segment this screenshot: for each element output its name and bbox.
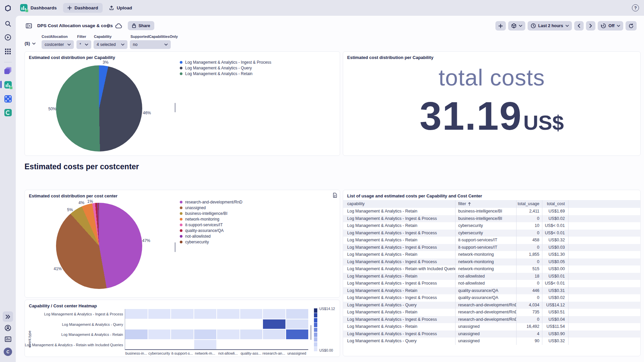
- heatmap-cell[interactable]: [240, 340, 263, 350]
- clouds-app-icon[interactable]: [4, 66, 12, 75]
- launcher-play-icon[interactable]: [4, 33, 12, 42]
- table-row[interactable]: Log Management & Analytics - Query unass…: [343, 338, 640, 345]
- legend-item[interactable]: business-intelligence/BI: [180, 212, 243, 216]
- table-row[interactable]: Log Management & Analytics - Ingest & Pr…: [343, 294, 640, 302]
- notebooks-app-icon[interactable]: [4, 108, 12, 117]
- single-value-tile[interactable]: total costs 31.19 US$: [343, 64, 640, 139]
- heatmap-cell[interactable]: [263, 319, 285, 329]
- table-row[interactable]: Log Management & Analytics - Ingest & Pr…: [343, 215, 640, 223]
- heatmap-cell[interactable]: [217, 319, 239, 329]
- column-header-capability[interactable]: capability: [343, 200, 455, 208]
- upload-button[interactable]: Upload: [109, 3, 132, 13]
- heatmap-cell[interactable]: [263, 340, 285, 350]
- table-row[interactable]: Log Management & Analytics - Ingest & Pr…: [343, 230, 640, 237]
- help-icon[interactable]: ?: [632, 4, 639, 11]
- color-scale-segment[interactable]: [314, 308, 317, 313]
- table-row[interactable]: Log Management & Analytics - Retain rese…: [343, 309, 640, 316]
- environment-button[interactable]: [508, 21, 525, 31]
- dashboards-app-icon[interactable]: [4, 80, 12, 89]
- cloud-sync-icon[interactable]: [114, 21, 123, 30]
- table-row[interactable]: Log Management & Analytics - Ingest & Pr…: [343, 244, 640, 251]
- timeframe-prev-button[interactable]: [574, 21, 584, 31]
- legend-item[interactable]: quality-assurance/QA: [180, 229, 243, 233]
- heatmap-cell[interactable]: [148, 340, 171, 350]
- dynatrace-logo-icon[interactable]: [4, 4, 12, 12]
- table-row[interactable]: Log Management & Analytics - Retain qual…: [343, 287, 640, 295]
- heatmap-cell[interactable]: [194, 309, 217, 319]
- legend-item[interactable]: Log Management & Analytics - Ingest & Pr…: [180, 60, 271, 64]
- legend-item[interactable]: cybersecurity: [180, 240, 243, 244]
- legend-scrollbar[interactable]: [175, 242, 175, 252]
- tab-dashboard[interactable]: Dashboard: [63, 3, 103, 13]
- heatmap-cell[interactable]: [171, 319, 194, 329]
- variable-selector[interactable]: {$}: [24, 41, 36, 46]
- workflows-app-icon[interactable]: [4, 95, 12, 103]
- capability-pie-chart[interactable]: [56, 65, 142, 152]
- heatmap-cell[interactable]: [125, 329, 148, 339]
- color-scale-segment[interactable]: [314, 318, 317, 322]
- heatmap-cell[interactable]: [171, 329, 194, 339]
- heatmap-cell[interactable]: [194, 329, 217, 339]
- capability-dropdown[interactable]: 4 selected: [94, 40, 127, 49]
- table-row[interactable]: Log Management & Analytics - Ingest & Pr…: [343, 316, 640, 323]
- heatmap-cell[interactable]: [263, 329, 285, 339]
- heatmap-cell[interactable]: [148, 319, 171, 329]
- reload-button[interactable]: [626, 21, 637, 31]
- heatmap-cell[interactable]: [148, 309, 171, 319]
- share-button[interactable]: Share: [128, 21, 154, 30]
- dashboards-home[interactable]: Dashboards: [20, 4, 57, 11]
- search-icon[interactable]: [4, 19, 12, 28]
- heatmap-cell[interactable]: [286, 309, 309, 319]
- collapse-panel-button[interactable]: [24, 21, 33, 30]
- color-scale-segment[interactable]: [314, 337, 317, 342]
- supportedcapabilities-dropdown[interactable]: no: [130, 40, 171, 49]
- color-scale-segment[interactable]: [314, 347, 317, 351]
- costallocation-dropdown[interactable]: costcenter: [42, 40, 74, 49]
- heatmap-cell[interactable]: [286, 319, 309, 329]
- color-scale-segment[interactable]: [314, 342, 317, 347]
- legend-item[interactable]: network-monitoring: [180, 217, 243, 221]
- add-tile-button[interactable]: [495, 21, 506, 31]
- heatmap-cell[interactable]: [194, 340, 217, 350]
- legend-scrollbar[interactable]: [175, 103, 175, 112]
- heatmap-cell[interactable]: [217, 329, 239, 339]
- legend-item[interactable]: Log Management & Analytics - Retain: [180, 72, 271, 76]
- timeframe-selector[interactable]: Last 2 hours: [528, 21, 572, 31]
- timeframe-next-button[interactable]: [586, 21, 595, 31]
- heatmap-cell[interactable]: [194, 319, 217, 329]
- heatmap-cell[interactable]: [217, 340, 239, 350]
- heatmap-cell[interactable]: [240, 309, 263, 319]
- usage-chart-icon[interactable]: [4, 335, 12, 343]
- table-row[interactable]: Log Management & Analytics - Retain busi…: [343, 208, 640, 215]
- column-header-total-cost[interactable]: total_cost: [542, 200, 568, 208]
- table-row[interactable]: Log Management & Analytics - Ingest & Pr…: [343, 258, 640, 266]
- heatmap-cell[interactable]: [217, 309, 239, 319]
- table-row[interactable]: Log Management & Analytics - Retain netw…: [343, 251, 640, 258]
- heatmap-cell[interactable]: [125, 340, 148, 350]
- color-scale-segment[interactable]: [314, 328, 317, 332]
- legend-item[interactable]: unassigned: [180, 206, 243, 210]
- legend-item[interactable]: research-and-development/RnD: [180, 200, 243, 204]
- legend-item[interactable]: Log Management & Analytics - Query: [180, 66, 271, 70]
- legend-item[interactable]: not-allowlisted: [180, 234, 243, 238]
- color-scale-segment[interactable]: [314, 313, 317, 317]
- heatmap-cell[interactable]: [171, 309, 194, 319]
- support-lifebuoy-icon[interactable]: [4, 324, 12, 332]
- heatmap-cell[interactable]: [263, 309, 285, 319]
- apps-grid-icon[interactable]: [4, 47, 12, 56]
- heatmap-cell[interactable]: [125, 309, 148, 319]
- table-row[interactable]: Log Management & Analytics - Query resea…: [343, 302, 640, 309]
- table-row[interactable]: Log Management & Analytics - Ingest & Pr…: [343, 280, 640, 287]
- heatmap-scrollbar[interactable]: [311, 325, 311, 340]
- column-header-filter[interactable]: filter: [455, 200, 516, 208]
- column-header-total-usage[interactable]: total_usage: [516, 200, 542, 208]
- markdown-doc-icon[interactable]: [333, 193, 337, 198]
- table-row[interactable]: Log Management & Analytics - Retain unas…: [343, 323, 640, 330]
- color-scale-segment[interactable]: [314, 323, 317, 327]
- heatmap-cell[interactable]: [286, 340, 309, 350]
- heatmap-cell[interactable]: [125, 319, 148, 329]
- costcenter-pie-chart[interactable]: [56, 203, 142, 289]
- color-scale-segment[interactable]: [314, 333, 317, 337]
- table-row[interactable]: Log Management & Analytics - Retain not-…: [343, 273, 640, 280]
- auto-refresh-selector[interactable]: Off: [598, 21, 623, 31]
